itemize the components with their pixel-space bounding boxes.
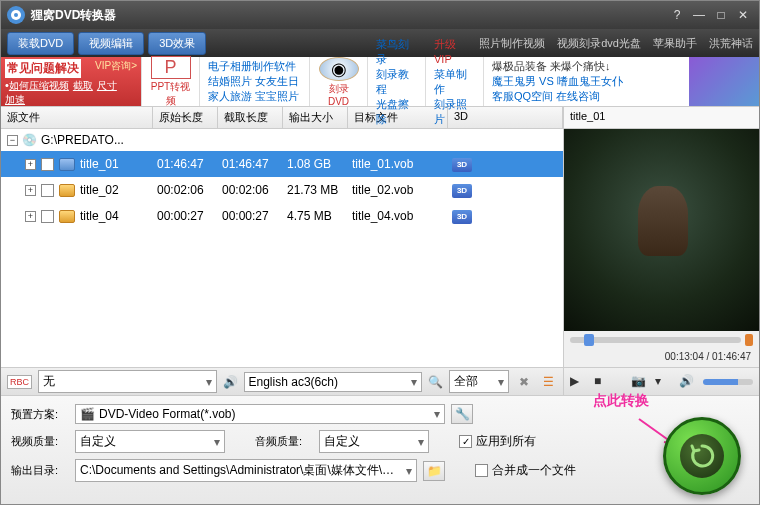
album-link[interactable]: 电子相册制作软件	[208, 59, 301, 74]
seek-track[interactable]	[570, 337, 741, 343]
faq-link[interactable]: 加速	[5, 93, 25, 107]
delete-icon[interactable]: ✖	[515, 373, 533, 391]
expand-icon[interactable]: −	[7, 135, 18, 146]
table-row[interactable]: +title_0200:02:0600:02:0621.73 MBtitle_0…	[1, 177, 563, 203]
left-controls: RBC 无▾ 🔊 English ac3(6ch)▾ 🔍 全部▾ ✖ ☰	[1, 367, 563, 395]
row-checkbox[interactable]: ✓	[41, 158, 54, 171]
apply-all-label: 应用到所有	[476, 433, 536, 450]
close-icon[interactable]: ✕	[733, 6, 753, 24]
apply-all-checkbox[interactable]: ✓	[459, 435, 472, 448]
col-source[interactable]: 源文件	[1, 107, 153, 128]
folder-icon	[59, 184, 75, 197]
expand-icon[interactable]: +	[25, 185, 36, 196]
expand-icon[interactable]: +	[25, 159, 36, 170]
faq-link[interactable]: 截取	[73, 79, 93, 93]
burn-cell[interactable]: ◉ 刻录DVD	[309, 57, 367, 106]
abc-icon[interactable]: RBC	[7, 375, 32, 389]
angle-select[interactable]: 全部▾	[449, 370, 509, 393]
seek-bar[interactable]	[564, 331, 759, 349]
banner: 常见问题解决VIP咨询> •如何压缩视频截取尺寸加速 •给视频加背景音乐更换消音…	[1, 57, 759, 107]
volume-icon[interactable]: 🔊	[679, 374, 695, 390]
row-checkbox[interactable]	[41, 210, 54, 223]
chevron-down-icon: ▾	[214, 435, 220, 449]
vip-upgrade[interactable]: 升级 VIP	[434, 37, 475, 67]
promo-link[interactable]: 客服QQ空间 在线咨询	[492, 89, 681, 104]
target-file: title_04.vob	[348, 209, 448, 223]
promo-link[interactable]: 爆极品装备 来爆个痛快↓	[492, 59, 681, 74]
3d-effect-button[interactable]: 3D效果	[148, 32, 206, 55]
chevron-down-icon: ▾	[411, 375, 417, 389]
root-row[interactable]: − 💿 G:\PREDATO...	[1, 129, 563, 151]
convert-button[interactable]	[663, 417, 741, 495]
load-dvd-button[interactable]: 装载DVD	[7, 32, 74, 55]
burn-link[interactable]: 光盘擦除	[376, 97, 417, 127]
burn-link[interactable]: 菜鸟刻录	[376, 37, 417, 67]
col-outsize[interactable]: 输出大小	[283, 107, 348, 128]
preset-settings-button[interactable]: 🔧	[451, 404, 473, 424]
snapshot-button[interactable]: 📷	[631, 374, 647, 390]
out-size: 4.75 MB	[283, 209, 348, 223]
album-link[interactable]: 结婚照片 女友生日	[208, 74, 301, 89]
video-preview[interactable]	[564, 129, 759, 331]
merge-checkbox[interactable]	[475, 464, 488, 477]
vip-link[interactable]: VIP咨询>	[95, 59, 137, 73]
list-icon[interactable]: ☰	[539, 373, 557, 391]
help-icon[interactable]: ?	[667, 6, 687, 24]
clip-end-marker[interactable]	[745, 334, 753, 346]
maximize-icon[interactable]: □	[711, 6, 731, 24]
orig-len: 01:46:47	[153, 157, 218, 171]
album-link[interactable]: 家人旅游 宝宝照片	[208, 89, 301, 104]
video-quality-select[interactable]: 自定义▾	[75, 430, 225, 453]
burn-link[interactable]: 菜单制作	[434, 67, 475, 97]
promo-link[interactable]: 魔王鬼男 VS 嗜血鬼王女仆	[492, 74, 681, 89]
3d-badge[interactable]: 3D	[448, 182, 563, 198]
ppt-cell[interactable]: P PPT转视频	[141, 57, 199, 106]
refresh-icon	[680, 434, 724, 478]
minimize-icon[interactable]: —	[689, 6, 709, 24]
output-dir-input[interactable]: C:\Documents and Settings\Administrator\…	[75, 459, 417, 482]
3d-badge[interactable]: 3D	[448, 208, 563, 224]
toolbar-links: 照片制作视频 视频刻录dvd光盘 苹果助手 洪荒神话	[479, 36, 753, 51]
burn-link[interactable]: 刻录教程	[376, 67, 417, 97]
link-game[interactable]: 洪荒神话	[709, 36, 753, 51]
3d-badge[interactable]: 3D	[448, 156, 563, 172]
faq-link[interactable]: 如何压缩视频	[9, 79, 69, 93]
table-row[interactable]: +✓title_0101:46:4701:46:471.08 GBtitle_0…	[1, 151, 563, 177]
browse-button[interactable]: 📁	[423, 461, 445, 481]
game-promo[interactable]	[689, 57, 759, 106]
link-burn-dvd[interactable]: 视频刻录dvd光盘	[557, 36, 641, 51]
target-file: title_02.vob	[348, 183, 448, 197]
stop-button[interactable]: ■	[594, 374, 610, 390]
audio-quality-select[interactable]: 自定义▾	[319, 430, 429, 453]
volume-slider[interactable]	[703, 379, 753, 385]
chevron-down-icon: ▾	[434, 407, 440, 421]
output-panel: 点此转换 预置方案: 🎬DVD-Video Format(*.vob)▾ 🔧 视…	[1, 395, 759, 505]
preset-select[interactable]: 🎬DVD-Video Format(*.vob)▾	[75, 404, 445, 424]
subtitle-select[interactable]: 无▾	[38, 370, 217, 393]
play-button[interactable]: ▶	[570, 374, 586, 390]
link-apple[interactable]: 苹果助手	[653, 36, 697, 51]
merge-label: 合并成一个文件	[492, 462, 576, 479]
chevron-down-icon[interactable]: ▾	[655, 374, 671, 390]
expand-icon[interactable]: +	[25, 211, 36, 222]
chevron-down-icon: ▾	[498, 375, 504, 389]
row-checkbox[interactable]	[41, 184, 54, 197]
audio-select[interactable]: English ac3(6ch)▾	[244, 372, 423, 392]
target-file: title_01.vob	[348, 157, 448, 171]
ppt-caption: PPT转视频	[150, 80, 191, 108]
clip-len: 00:02:06	[218, 183, 283, 197]
faq-title: 常见问题解决	[5, 59, 81, 78]
aq-label: 音频质量:	[255, 434, 313, 449]
video-edit-button[interactable]: 视频编辑	[78, 32, 144, 55]
faq-link[interactable]: 尺寸	[97, 79, 117, 93]
link-photo-video[interactable]: 照片制作视频	[479, 36, 545, 51]
play-controls: ▶ ■ 📷 ▾ 🔊	[564, 367, 759, 395]
burn-links-a: 菜鸟刻录 刻录教程 光盘擦除	[367, 57, 425, 106]
col-origlen[interactable]: 原始长度	[153, 107, 218, 128]
burn-link[interactable]: 刻录照片	[434, 97, 475, 127]
col-cliplen[interactable]: 截取长度	[218, 107, 283, 128]
seek-thumb[interactable]	[584, 334, 594, 346]
file-list: − 💿 G:\PREDATO... +✓title_0101:46:4701:4…	[1, 129, 563, 367]
film-icon: 🎬	[80, 407, 95, 421]
table-row[interactable]: +title_0400:00:2700:00:274.75 MBtitle_04…	[1, 203, 563, 229]
